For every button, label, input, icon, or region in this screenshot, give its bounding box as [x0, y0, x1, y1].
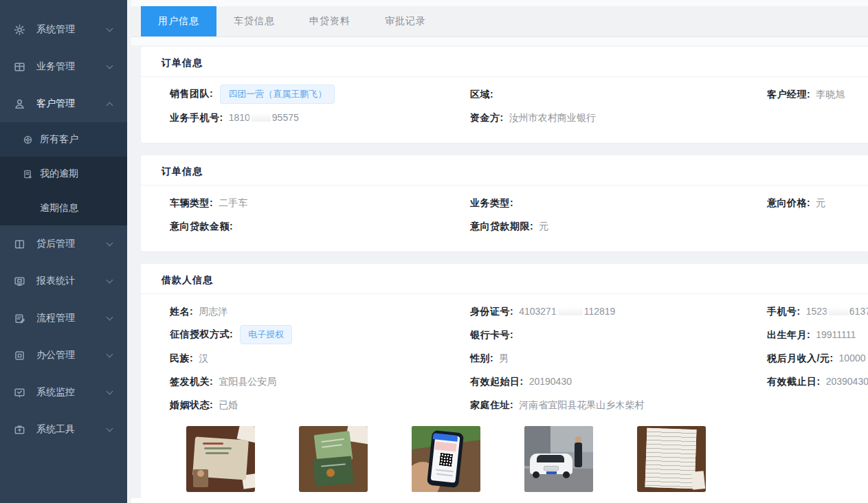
field-bank-card: 银行卡号:	[470, 328, 767, 342]
field-id-number: 身份证号:4103271112819	[470, 305, 767, 318]
field-vehicle-type: 车辆类型:二手车	[170, 197, 470, 210]
attachment-other-document: 其他材料	[637, 426, 706, 503]
sidebar-item-label: 系统管理	[36, 23, 75, 36]
paper-document-photo[interactable]	[637, 426, 706, 492]
sidebar-item-label: 系统监控	[36, 386, 75, 399]
field-intended-loan-term: 意向贷款期限:元	[470, 220, 767, 233]
sidebar-item-label: 业务管理	[36, 60, 75, 73]
app-window: 系统管理 业务管理 客户管理 所有客户	[0, 0, 868, 503]
attachment-person-car: 人车合影	[524, 426, 593, 503]
sidebar-item-system-tools[interactable]: 系统工具	[0, 411, 127, 448]
field-intended-loan-amount: 意向贷款金额:	[170, 220, 470, 233]
chevron-down-icon	[107, 240, 113, 247]
sidebar-item-overdue-info[interactable]: 逾期信息	[0, 191, 127, 225]
sidebar-item-system-monitor[interactable]: 系统监控	[0, 374, 127, 411]
attachment-thumbnails: 人像面 驾驶证正副页	[170, 426, 868, 503]
sidebar-item-all-customers[interactable]: 所有客户	[0, 122, 127, 157]
phone-qr-photo[interactable]	[412, 426, 480, 492]
field-funder: 资金方:汝州市农村商业银行	[470, 111, 767, 124]
sidebar-item-system-management[interactable]: 系统管理	[0, 11, 127, 48]
chevron-down-icon	[107, 25, 113, 32]
qr-code	[439, 453, 453, 467]
square-icon	[14, 350, 25, 361]
chevron-down-icon	[107, 425, 113, 432]
card-title: 借款人信息	[141, 264, 868, 294]
tab-loan-application-docs[interactable]: 申贷资料	[292, 6, 368, 36]
field-issuing-authority: 签发机关:宜阳县公安局	[170, 375, 470, 388]
columns-icon	[14, 238, 25, 250]
detail-tabs: 用户信息 车贷信息 申贷资料 审批记录	[131, 6, 868, 37]
field-sales-team: 销售团队:四团一营（直属王鹏飞）	[170, 85, 470, 104]
order-info-card-1: 订单信息 销售团队:四团一营（直属王鹏飞） 区域: 客户经理:李晓旭 业务手机号…	[141, 47, 868, 143]
clipboard-icon	[14, 313, 25, 324]
chevron-down-icon	[107, 63, 113, 69]
sidebar-item-label: 我的逾期	[40, 168, 78, 180]
license-booklet-photo[interactable]	[299, 426, 368, 492]
chevron-down-icon	[107, 351, 113, 358]
field-income: 税后月收入/元:10000	[767, 352, 868, 365]
field-marital-status: 婚姻状态:已婚	[170, 399, 470, 412]
customer-management-submenu: 所有客户 我的逾期 逾期信息	[0, 122, 127, 225]
id-card-photo[interactable]	[186, 426, 255, 492]
attachment-id-card: 人像面	[186, 426, 255, 503]
sidebar-item-business-management[interactable]: 业务管理	[0, 48, 127, 85]
field-credit-auth: 征信授权方式:电子授权	[170, 325, 470, 344]
borrower-info-card: 借款人信息 姓名:周志洋 身份证号:4103271112819 手机号:1523…	[141, 264, 868, 503]
field-gender: 性别:男	[470, 352, 767, 365]
field-birth: 出生年月:19911111	[767, 328, 868, 342]
sidebar-item-label: 贷后管理	[36, 238, 75, 250]
redacted-segment	[252, 113, 271, 122]
attachment-auth-screenshot: 授权截图	[412, 426, 480, 503]
attachment-license: 驾驶证正副页	[299, 426, 368, 503]
sidebar-item-my-overdue[interactable]: 我的逾期	[0, 157, 127, 191]
sidebar-item-label: 逾期信息	[40, 202, 78, 214]
field-ethnicity: 民族:汉	[170, 352, 470, 365]
sidebar-item-report-statistics[interactable]: 报表统计	[0, 262, 127, 300]
sidebar-item-office-management[interactable]: 办公管理	[0, 337, 127, 374]
wheel-icon	[23, 135, 33, 145]
field-mobile: 手机号:15236137	[767, 305, 868, 318]
card-title: 订单信息	[141, 155, 868, 186]
field-home-address: 家庭住址:河南省宜阳县花果山乡木柴村	[470, 399, 767, 412]
chevron-down-icon	[107, 277, 113, 284]
sidebar-item-process-management[interactable]: 流程管理	[0, 300, 127, 337]
field-valid-from: 有效起始日:20190430	[470, 375, 767, 388]
credit-auth-tag[interactable]: 电子授权	[240, 325, 292, 344]
tab-user-info[interactable]: 用户信息	[141, 6, 216, 36]
redacted-segment	[558, 306, 583, 315]
monitor-icon	[14, 276, 25, 287]
sidebar-item-label: 办公管理	[36, 349, 75, 361]
field-valid-to: 有效截止日:20390430	[767, 375, 868, 388]
chevron-down-icon	[107, 388, 113, 395]
chevron-up-icon	[107, 102, 113, 109]
field-region: 区域:	[470, 88, 767, 101]
grid-icon	[14, 61, 25, 73]
monitor-check-icon	[14, 387, 25, 399]
sidebar-item-customer-management[interactable]: 客户管理	[0, 85, 127, 122]
tabbar-bottom-gap	[131, 37, 868, 45]
sidebar-item-postloan-management[interactable]: 贷后管理	[0, 225, 127, 262]
main-content: 用户信息 车贷信息 申贷资料 审批记录 订单信息 销售团队:四团一营（直属王鹏飞…	[131, 0, 868, 503]
gear-icon	[14, 24, 25, 36]
sidebar-item-label: 流程管理	[36, 312, 75, 324]
field-name: 姓名:周志洋	[170, 305, 470, 318]
tab-car-loan-info[interactable]: 车贷信息	[216, 6, 292, 36]
card-title: 订单信息	[141, 47, 868, 77]
top-strip	[131, 0, 868, 6]
sidebar: 系统管理 业务管理 客户管理 所有客户	[0, 0, 127, 503]
chevron-down-icon	[107, 314, 113, 321]
sidebar-content-divider	[127, 0, 131, 503]
redacted-segment	[829, 306, 848, 315]
horizontal-scrollbar[interactable]	[131, 498, 868, 503]
field-business-phone: 业务手机号:181095575	[170, 111, 470, 124]
sidebar-item-label: 客户管理	[36, 98, 75, 110]
book-icon	[23, 169, 33, 179]
sales-team-tag[interactable]: 四团一营（直属王鹏飞）	[220, 85, 335, 104]
field-business-type: 业务类型:	[470, 197, 767, 210]
field-intended-price: 意向价格:元	[767, 197, 868, 210]
tab-approval-records[interactable]: 审批记录	[368, 6, 443, 36]
person-car-photo[interactable]	[524, 426, 593, 492]
toolbox-icon	[14, 424, 25, 436]
sidebar-item-label: 系统工具	[36, 423, 75, 436]
order-info-card-2: 订单信息 车辆类型:二手车 业务类型: 意向价格:元 意向贷款金额:	[141, 155, 868, 252]
